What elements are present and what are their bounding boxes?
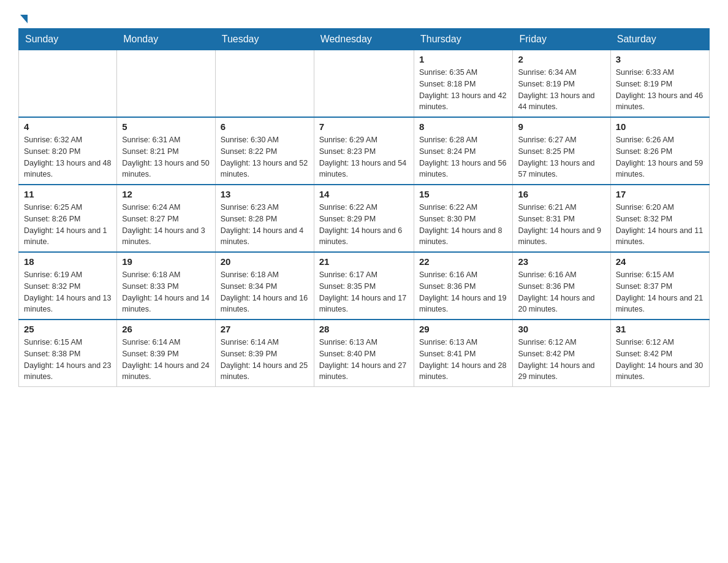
calendar-table: SundayMondayTuesdayWednesdayThursdayFrid… (18, 28, 710, 387)
calendar-cell (19, 50, 117, 118)
day-number: 8 (419, 121, 508, 132)
day-info: Sunrise: 6:17 AMSunset: 8:35 PMDaylight:… (319, 269, 409, 315)
day-number: 17 (616, 189, 704, 199)
day-info: Sunrise: 6:27 AMSunset: 8:25 PMDaylight:… (518, 134, 605, 180)
day-number: 7 (319, 121, 409, 132)
calendar-cell: 12Sunrise: 6:24 AMSunset: 8:27 PMDayligh… (117, 185, 216, 252)
day-info: Sunrise: 6:16 AMSunset: 8:36 PMDaylight:… (518, 269, 605, 315)
day-info: Sunrise: 6:23 AMSunset: 8:28 PMDaylight:… (221, 202, 309, 248)
calendar-cell: 27Sunrise: 6:14 AMSunset: 8:39 PMDayligh… (215, 320, 314, 387)
calendar-cell: 10Sunrise: 6:26 AMSunset: 8:26 PMDayligh… (610, 117, 709, 185)
calendar-cell: 8Sunrise: 6:28 AMSunset: 8:24 PMDaylight… (414, 117, 513, 185)
day-info: Sunrise: 6:12 AMSunset: 8:42 PMDaylight:… (518, 337, 605, 383)
day-info: Sunrise: 6:18 AMSunset: 8:33 PMDaylight:… (122, 269, 210, 315)
day-info: Sunrise: 6:34 AMSunset: 8:19 PMDaylight:… (518, 67, 605, 113)
column-header-saturday: Saturday (610, 29, 709, 50)
day-number: 11 (24, 189, 112, 199)
calendar-cell: 13Sunrise: 6:23 AMSunset: 8:28 PMDayligh… (215, 185, 314, 252)
calendar-cell: 11Sunrise: 6:25 AMSunset: 8:26 PMDayligh… (19, 185, 117, 252)
calendar-cell: 3Sunrise: 6:33 AMSunset: 8:19 PMDaylight… (610, 50, 709, 118)
day-info: Sunrise: 6:29 AMSunset: 8:23 PMDaylight:… (319, 134, 409, 180)
day-number: 2 (518, 54, 605, 64)
day-number: 19 (122, 256, 210, 267)
day-info: Sunrise: 6:32 AMSunset: 8:20 PMDaylight:… (24, 134, 112, 180)
calendar-cell (314, 50, 414, 118)
calendar-header-row: SundayMondayTuesdayWednesdayThursdayFrid… (19, 29, 710, 50)
column-header-wednesday: Wednesday (314, 29, 414, 50)
day-info: Sunrise: 6:21 AMSunset: 8:31 PMDaylight:… (518, 202, 605, 248)
day-info: Sunrise: 6:22 AMSunset: 8:30 PMDaylight:… (419, 202, 508, 248)
calendar-cell: 14Sunrise: 6:22 AMSunset: 8:29 PMDayligh… (314, 185, 414, 252)
calendar-cell (215, 50, 314, 118)
calendar-cell: 7Sunrise: 6:29 AMSunset: 8:23 PMDaylight… (314, 117, 414, 185)
day-info: Sunrise: 6:30 AMSunset: 8:22 PMDaylight:… (221, 134, 309, 180)
day-number: 30 (518, 324, 605, 334)
day-number: 23 (518, 256, 605, 267)
calendar-cell (117, 50, 216, 118)
day-number: 22 (419, 256, 508, 267)
column-header-sunday: Sunday (19, 29, 117, 50)
calendar-week-4: 18Sunrise: 6:19 AMSunset: 8:32 PMDayligh… (19, 252, 710, 320)
column-header-monday: Monday (117, 29, 216, 50)
day-info: Sunrise: 6:20 AMSunset: 8:32 PMDaylight:… (616, 202, 704, 248)
day-number: 20 (221, 256, 309, 267)
day-info: Sunrise: 6:35 AMSunset: 8:18 PMDaylight:… (419, 67, 508, 113)
calendar-cell: 2Sunrise: 6:34 AMSunset: 8:19 PMDaylight… (513, 50, 610, 118)
day-number: 16 (518, 189, 605, 199)
column-header-thursday: Thursday (414, 29, 513, 50)
calendar-cell: 30Sunrise: 6:12 AMSunset: 8:42 PMDayligh… (513, 320, 610, 387)
day-info: Sunrise: 6:26 AMSunset: 8:26 PMDaylight:… (616, 134, 704, 180)
day-info: Sunrise: 6:15 AMSunset: 8:37 PMDaylight:… (616, 269, 704, 315)
calendar-cell: 16Sunrise: 6:21 AMSunset: 8:31 PMDayligh… (513, 185, 610, 252)
calendar-week-5: 25Sunrise: 6:15 AMSunset: 8:38 PMDayligh… (19, 320, 710, 387)
day-info: Sunrise: 6:13 AMSunset: 8:40 PMDaylight:… (319, 337, 409, 383)
logo-arrow-icon (20, 15, 28, 23)
calendar-cell: 15Sunrise: 6:22 AMSunset: 8:30 PMDayligh… (414, 185, 513, 252)
day-info: Sunrise: 6:33 AMSunset: 8:19 PMDaylight:… (616, 67, 704, 113)
day-number: 13 (221, 189, 309, 199)
day-info: Sunrise: 6:28 AMSunset: 8:24 PMDaylight:… (419, 134, 508, 180)
day-info: Sunrise: 6:25 AMSunset: 8:26 PMDaylight:… (24, 202, 112, 248)
day-info: Sunrise: 6:18 AMSunset: 8:34 PMDaylight:… (221, 269, 309, 315)
calendar-week-3: 11Sunrise: 6:25 AMSunset: 8:26 PMDayligh… (19, 185, 710, 252)
day-number: 3 (616, 54, 704, 64)
day-number: 31 (616, 324, 704, 334)
day-info: Sunrise: 6:13 AMSunset: 8:41 PMDaylight:… (419, 337, 508, 383)
day-info: Sunrise: 6:14 AMSunset: 8:39 PMDaylight:… (122, 337, 210, 383)
day-number: 25 (24, 324, 112, 334)
day-number: 15 (419, 189, 508, 199)
column-header-tuesday: Tuesday (215, 29, 314, 50)
day-number: 18 (24, 256, 112, 267)
calendar-cell: 9Sunrise: 6:27 AMSunset: 8:25 PMDaylight… (513, 117, 610, 185)
day-number: 24 (616, 256, 704, 267)
page-header (18, 12, 710, 22)
calendar-cell: 22Sunrise: 6:16 AMSunset: 8:36 PMDayligh… (414, 252, 513, 320)
day-info: Sunrise: 6:16 AMSunset: 8:36 PMDaylight:… (419, 269, 508, 315)
calendar-cell: 24Sunrise: 6:15 AMSunset: 8:37 PMDayligh… (610, 252, 709, 320)
day-number: 28 (319, 324, 409, 334)
calendar-cell: 26Sunrise: 6:14 AMSunset: 8:39 PMDayligh… (117, 320, 216, 387)
day-number: 4 (24, 121, 112, 132)
calendar-cell: 25Sunrise: 6:15 AMSunset: 8:38 PMDayligh… (19, 320, 117, 387)
calendar-week-1: 1Sunrise: 6:35 AMSunset: 8:18 PMDaylight… (19, 50, 710, 118)
day-info: Sunrise: 6:24 AMSunset: 8:27 PMDaylight:… (122, 202, 210, 248)
day-number: 14 (319, 189, 409, 199)
calendar-cell: 5Sunrise: 6:31 AMSunset: 8:21 PMDaylight… (117, 117, 216, 185)
calendar-cell: 6Sunrise: 6:30 AMSunset: 8:22 PMDaylight… (215, 117, 314, 185)
day-number: 10 (616, 121, 704, 132)
day-info: Sunrise: 6:12 AMSunset: 8:42 PMDaylight:… (616, 337, 704, 383)
calendar-cell: 23Sunrise: 6:16 AMSunset: 8:36 PMDayligh… (513, 252, 610, 320)
day-number: 27 (221, 324, 309, 334)
calendar-cell: 4Sunrise: 6:32 AMSunset: 8:20 PMDaylight… (19, 117, 117, 185)
day-number: 9 (518, 121, 605, 132)
day-number: 12 (122, 189, 210, 199)
calendar-cell: 29Sunrise: 6:13 AMSunset: 8:41 PMDayligh… (414, 320, 513, 387)
day-info: Sunrise: 6:22 AMSunset: 8:29 PMDaylight:… (319, 202, 409, 248)
calendar-week-2: 4Sunrise: 6:32 AMSunset: 8:20 PMDaylight… (19, 117, 710, 185)
calendar-cell: 18Sunrise: 6:19 AMSunset: 8:32 PMDayligh… (19, 252, 117, 320)
calendar-cell: 1Sunrise: 6:35 AMSunset: 8:18 PMDaylight… (414, 50, 513, 118)
day-info: Sunrise: 6:15 AMSunset: 8:38 PMDaylight:… (24, 337, 112, 383)
day-number: 6 (221, 121, 309, 132)
calendar-cell: 28Sunrise: 6:13 AMSunset: 8:40 PMDayligh… (314, 320, 414, 387)
day-info: Sunrise: 6:14 AMSunset: 8:39 PMDaylight:… (221, 337, 309, 383)
